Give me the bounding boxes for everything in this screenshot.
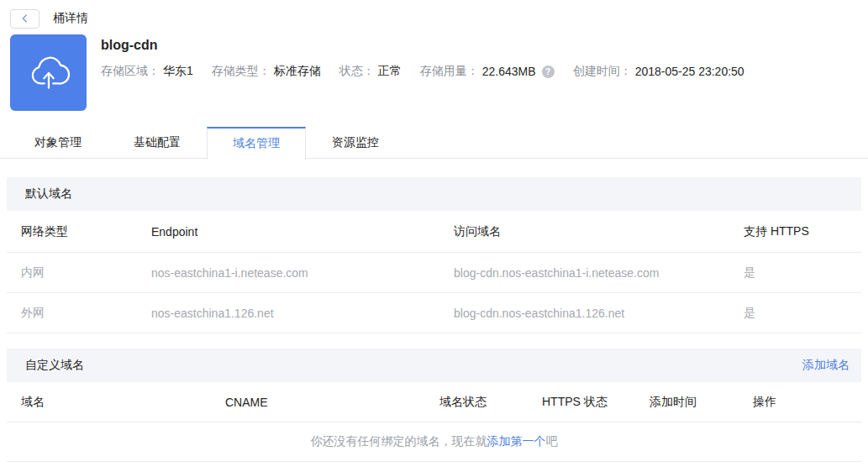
empty-state-suffix: 吧 <box>546 434 558 449</box>
tab-basic-config[interactable]: 基础配置 <box>108 127 207 158</box>
cell-https-support: 是 <box>744 306 861 321</box>
help-icon[interactable]: ? <box>542 66 555 78</box>
col-https-support: 支持 HTTPS <box>744 224 861 239</box>
col-endpoint: Endpoint <box>151 225 454 239</box>
tab-bar: 对象管理 基础配置 域名管理 资源监控 <box>0 127 868 159</box>
default-domain-table: 网络类型 Endpoint 访问域名 支持 HTTPS 内网 nos-eastc… <box>7 211 861 333</box>
tab-resource-monitor[interactable]: 资源监控 <box>306 127 405 158</box>
empty-state: 你还没有任何绑定的域名，现在就添加第一个吧 <box>7 422 861 462</box>
tab-object-management[interactable]: 对象管理 <box>8 127 108 158</box>
add-domain-link[interactable]: 添加域名 <box>802 358 850 373</box>
info-status: 状态： 正常 <box>339 64 402 79</box>
default-domain-section-header: 默认域名 <box>7 177 861 211</box>
custom-domain-table: 域名 CNAME 域名状态 HTTPS 状态 添加时间 操作 你还没有任何绑定的… <box>7 382 861 462</box>
cell-access-domain: blog-cdn.nos-eastchina1.126.net <box>454 307 744 320</box>
custom-domain-table-header: 域名 CNAME 域名状态 HTTPS 状态 添加时间 操作 <box>7 382 861 422</box>
custom-domain-section-header: 自定义域名 添加域名 <box>7 349 861 382</box>
cell-access-domain: blog-cdn.nos-eastchina1-i.netease.com <box>454 266 744 280</box>
col-network-type: 网络类型 <box>7 224 151 239</box>
cell-https-support: 是 <box>744 265 861 281</box>
table-row: 外网 nos-eastchina1.126.net blog-cdn.nos-e… <box>7 293 861 333</box>
custom-domain-title: 自定义域名 <box>25 358 84 373</box>
col-https-status: HTTPS 状态 <box>542 395 650 410</box>
bucket-header: blog-cdn 存储区域： 华东1 存储类型： 标准存储 状态： 正常 存储用… <box>10 34 868 111</box>
col-actions: 操作 <box>753 395 847 410</box>
cell-network-type: 内网 <box>7 265 151 281</box>
cloud-upload-icon <box>26 50 71 96</box>
cell-endpoint: nos-eastchina1-i.netease.com <box>151 266 454 280</box>
bucket-icon <box>10 34 87 111</box>
info-create-time: 创建时间： 2018-05-25 23:20:50 <box>573 64 744 79</box>
bucket-info-row: 存储区域： 华东1 存储类型： 标准存储 状态： 正常 存储用量： 22.643… <box>101 64 763 79</box>
bucket-name: blog-cdn <box>101 38 763 53</box>
col-add-time: 添加时间 <box>650 395 753 410</box>
col-access-domain: 访问域名 <box>454 224 744 239</box>
default-domain-table-header: 网络类型 Endpoint 访问域名 支持 HTTPS <box>7 211 861 253</box>
cell-endpoint: nos-eastchina1.126.net <box>151 307 454 320</box>
col-domain: 域名 <box>7 395 225 410</box>
empty-state-text: 你还没有任何绑定的域名，现在就 <box>311 434 487 449</box>
back-button[interactable] <box>10 9 39 29</box>
info-storage-region: 存储区域： 华东1 <box>101 64 193 79</box>
tab-domain-management[interactable]: 域名管理 <box>207 127 306 160</box>
cell-network-type: 外网 <box>7 306 151 321</box>
info-storage-usage: 存储用量： 22.643MB ? <box>420 64 555 79</box>
chevron-left-icon <box>18 12 32 25</box>
table-row: 内网 nos-eastchina1-i.netease.com blog-cdn… <box>7 253 861 293</box>
page-title: 桶详情 <box>53 11 88 26</box>
info-storage-type: 存储类型： 标准存储 <box>212 64 321 79</box>
add-first-domain-link[interactable]: 添加第一个 <box>487 434 546 449</box>
default-domain-title: 默认域名 <box>25 186 72 202</box>
col-cname: CNAME <box>225 396 439 409</box>
col-domain-status: 域名状态 <box>439 395 542 410</box>
top-bar: 桶详情 <box>0 0 868 29</box>
